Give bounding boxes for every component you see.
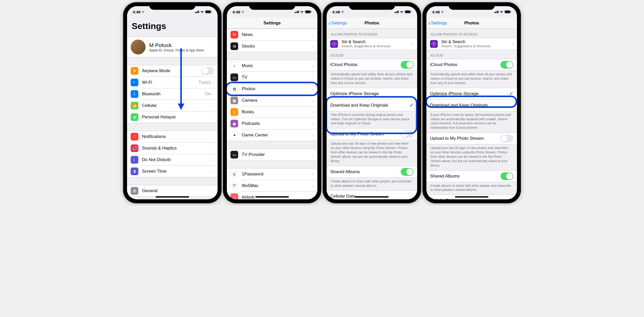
settings-row-podcasts[interactable]: ◉Podcasts› [227,118,317,129]
location-icon [441,10,444,14]
settings-row-bluetooth[interactable]: ᛒBluetoothOn› [127,88,218,100]
toggle[interactable] [201,67,214,75]
row-label: News [242,32,312,37]
settings-row-do-not-disturb[interactable]: ☾Do Not Disturb› [127,154,218,165]
optimize-storage-row[interactable]: Optimize iPhone Storage ✓ [426,88,517,99]
download-label: Download and Keep Originals [330,103,409,108]
settings-row-screen-time[interactable]: ⧗Screen Time› [127,166,218,177]
photo-stream-row[interactable]: Upload to My Photo Stream [327,128,417,140]
home-indicator[interactable] [355,196,389,198]
screentime-icon: ⧗ [131,167,138,175]
icloud-photos-label: iCloud Photos [330,62,401,67]
home-indicator[interactable] [455,196,488,198]
home-indicator[interactable] [255,196,289,198]
icloud-photos-toggle[interactable] [401,61,414,69]
settings-row-news[interactable]: NNews› [227,29,317,40]
download-originals-row[interactable]: Download and Keep Originals ✓ [327,100,417,111]
settings-row-cellular[interactable]: 📶Cellular› [127,100,218,111]
back-button[interactable]: ‹ Settings [329,20,347,27]
settings-row-camera[interactable]: ◉Camera› [227,95,317,106]
airbnb-icon: △ [230,193,238,199]
svg-rect-6 [306,11,310,13]
books-icon: ▯ [230,108,238,116]
chevron-right-icon: › [312,75,314,80]
back-label: Settings [331,21,347,26]
row-label: Notifications [142,134,212,139]
settings-row-airplane-mode[interactable]: ✈Airplane Mode [127,65,218,77]
icloud-photos-row[interactable]: iCloud Photos [426,59,517,70]
settings-row-1password[interactable]: ①1Password› [227,169,317,180]
signal-icon [195,11,199,13]
photo-stream-toggle[interactable] [500,135,513,142]
settings-row-stocks[interactable]: ≋Stocks› [227,41,317,52]
home-indicator[interactable] [156,196,189,198]
chevron-right-icon: › [312,98,314,103]
shared-albums-row[interactable]: Shared Albums [327,166,417,178]
storage-footer: If your iPhone is low on space, full-res… [426,111,517,133]
shared-albums-label: Shared Albums [430,174,500,179]
chevron-right-icon: › [212,115,214,120]
photo-stream-row[interactable]: Upload to My Photo Stream [426,133,517,144]
chevron-right-icon: › [312,109,314,115]
icloud-photos-footer: Automatically upload and safely store al… [426,71,517,88]
chevron-right-icon: › [212,134,214,139]
wifi-icon [200,10,204,14]
music-icon: ♪ [230,62,238,70]
shared-albums-toggle[interactable] [500,172,513,180]
siri-search-row[interactable]: Siri & Search Search, Suggestions & Shor… [327,38,417,50]
settings-row-general[interactable]: ⚙General› [127,185,218,197]
chevron-right-icon: › [412,41,414,46]
shared-albums-toggle[interactable] [401,168,414,176]
row-label: Photos [242,86,312,91]
location-icon [341,10,344,14]
podcasts-icon: ◉ [230,120,238,127]
wifi-icon [499,10,504,14]
chevron-right-icon: › [312,172,314,177]
shared-albums-row[interactable]: Shared Albums [426,171,517,182]
download-originals-row[interactable]: Download and Keep Originals [426,100,517,111]
row-label: Camera [242,98,312,103]
apple-id-row[interactable]: M Potuck Apple ID, iCloud, iTunes & App … [127,37,218,57]
sounds-icon: 🔊 [131,144,138,152]
check-icon: ✓ [409,102,414,108]
row-label: 9to5Mac [242,183,312,188]
siri-search-row[interactable]: Siri & Search Search, Suggestions & Shor… [426,38,517,50]
settings-row-notifications[interactable]: □Notifications› [127,131,218,142]
icloud-photos-row[interactable]: iCloud Photos [327,59,417,70]
settings-row-airbnb[interactable]: △Airbnb› [227,192,317,199]
cellular-data-row[interactable]: Cellular Data › [327,191,417,199]
status-time: 4:48 [332,10,340,14]
icloud-photos-toggle[interactable] [500,61,513,69]
settings-row-wi-fi[interactable]: ᯤWi-FiTuck's› [127,77,218,88]
settings-row-game-center[interactable]: ✦Game Center› [227,129,317,141]
row-label: TV Provider [242,152,312,157]
settings-row-music[interactable]: ♪Music› [227,60,317,71]
settings-row-sounds-haptics[interactable]: 🔊Sounds & Haptics› [127,143,218,154]
chevron-right-icon: › [312,195,314,200]
photo-stream-toggle[interactable] [401,130,414,138]
nav-bar: ‹ Settings Photos [426,17,517,29]
chevron-right-icon: › [312,63,314,69]
row-label: Sounds & Haptics [142,146,212,151]
settings-row-photos[interactable]: ✿Photos› [227,83,317,95]
chevron-right-icon: › [312,183,314,189]
optimize-storage-row[interactable]: Optimize iPhone Storage [327,88,417,99]
news-icon: N [230,31,238,39]
chevron-right-icon: › [312,152,314,157]
signal-icon [295,11,299,13]
phone-1: 4:48 Settings M Potuck Apple ID, iCloud,… [123,3,221,203]
settings-row-tv[interactable]: ▭TV› [227,72,317,83]
settings-row-books[interactable]: ▯Books› [227,106,317,118]
settings-row-personal-hotspot[interactable]: ⊚Personal Hotspot› [127,111,218,123]
row-label: Podcasts [242,121,312,126]
svg-rect-12 [505,11,510,13]
row-label: General [142,188,212,193]
battery-icon [505,10,511,14]
back-button[interactable]: ‹ Settings [428,20,447,27]
signal-icon [494,11,499,13]
chevron-left-icon: ‹ [428,20,431,27]
chevron-right-icon: › [312,133,314,138]
settings-row-tv-provider[interactable]: ▭TV Provider› [227,149,317,160]
settings-row-9to5mac[interactable]: ⏱9to5Mac› [227,180,317,191]
icloud-photos-footer: Automatically upload and safely store al… [327,71,417,88]
